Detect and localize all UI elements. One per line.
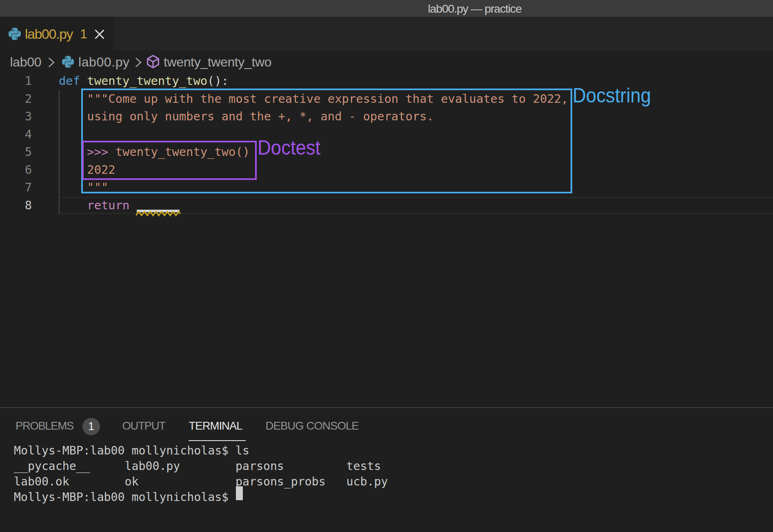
terminal[interactable]: Mollys-MBP:lab00 mollynicholas$ ls__pyca… [14,443,388,505]
docstring-annotation-label: Docstring [573,85,651,106]
vscode-window: lab00.py — practice lab00.py 1 lab00 lab… [0,0,773,532]
close-icon[interactable] [95,29,104,39]
code-line: def twenty_twenty_two(): [59,72,229,90]
breadcrumb-symbol[interactable]: twenty_twenty_two [164,51,271,73]
tab-filename: lab00.py [25,26,73,42]
chevron-right-icon [45,51,57,73]
panel-top-border [0,407,773,408]
line-number: 1 [0,72,32,90]
line-number: 7 [0,179,32,197]
line-number: 4 [0,126,32,144]
panel-tab-debug-console[interactable]: DEBUG CONSOLE [266,420,359,432]
line-number: 2 [0,90,32,108]
breadcrumb-file[interactable]: lab00.py [78,51,130,73]
title-bar: lab00.py — practice [0,0,773,17]
line-number: 6 [0,161,32,179]
tab-lab00py[interactable]: lab00.py 1 [0,17,113,51]
terminal-row: Mollys-MBP:lab00 mollynicholas$ [14,490,388,505]
chevron-right-icon [132,51,144,73]
terminal-row: __pycache__ lab00.py parsons tests [14,459,388,474]
editor[interactable]: 12345678 def twenty_twenty_two(): """Com… [0,72,773,407]
doctest-annotation-box [82,141,257,180]
terminal-row: Mollys-MBP:lab00 mollynicholas$ ls [14,443,388,459]
breadcrumbs: lab00 lab00.py twenty_twenty_two [0,51,773,73]
line-number: 5 [0,143,32,161]
terminal-row: lab00.ok ok parsons_probs ucb.py [14,474,388,490]
problems-count-badge: 1 [82,418,100,435]
panel-tab-problems[interactable]: PROBLEMS [16,420,73,432]
warning-squiggle [136,211,181,217]
terminal-tab-underline [189,440,246,441]
panel-tab-output[interactable]: OUTPUT [122,420,165,432]
python-icon [9,28,21,40]
terminal-cursor [236,486,243,500]
python-icon [62,51,74,73]
line-number: 3 [0,108,32,126]
breadcrumb-folder[interactable]: lab00 [10,51,42,73]
doctest-annotation-label: Doctest [258,137,320,158]
line-number: 8 [0,197,32,215]
tab-bar: lab00.py 1 [0,17,773,51]
window-title: lab00.py — practice [428,0,521,17]
panel-tab-terminal[interactable]: TERMINAL [189,420,242,432]
symbol-method-cube-icon [146,51,160,73]
tab-problem-count: 1 [80,27,87,42]
